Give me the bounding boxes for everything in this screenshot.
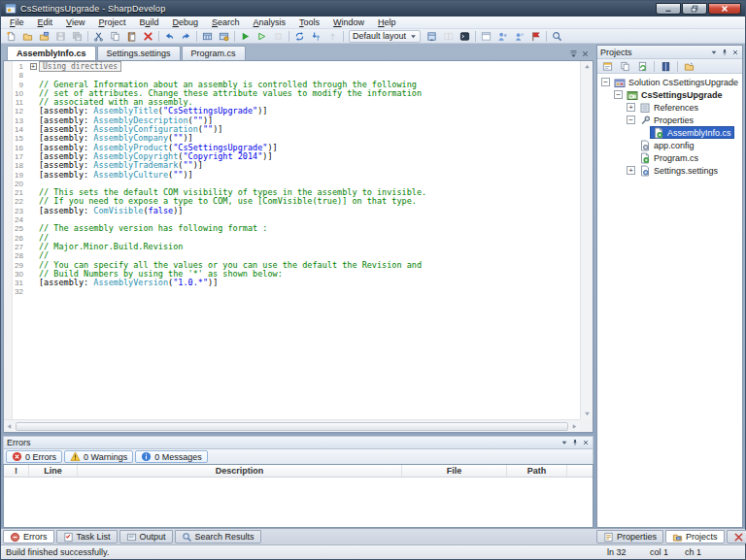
panel-refresh-button[interactable] [634, 59, 651, 73]
menu-search[interactable]: Search [205, 16, 247, 29]
tab-projects[interactable]: Projects [665, 530, 725, 544]
fold-toggle-icon[interactable]: + [30, 63, 37, 70]
bookmark-button[interactable] [527, 29, 544, 43]
panel-book-button[interactable] [658, 59, 674, 73]
column-header-line[interactable]: Line [29, 465, 78, 477]
tree-node-solution-cssettingsupgrade[interactable]: −Solution CsSettingsUpgrade [597, 76, 742, 88]
tab-properties[interactable]: Properties [596, 530, 663, 544]
profile-button[interactable] [308, 29, 324, 43]
new-file-button[interactable] [3, 29, 19, 43]
column-header-description[interactable]: Description [78, 465, 402, 477]
pin-icon[interactable] [571, 439, 579, 446]
menu-analysis[interactable]: Analysis [247, 16, 293, 29]
tree-node-content[interactable]: Settings.settings [637, 164, 720, 177]
tree-node-content[interactable]: References [637, 101, 700, 114]
redo-button[interactable] [178, 29, 194, 43]
code-line-27[interactable]: 27// Major.Minor.Build.Revision [4, 243, 580, 251]
code-editor[interactable]: 1+Using directives89// General Informati… [3, 60, 593, 433]
menu-tools[interactable]: Tools [292, 16, 326, 29]
cut-button[interactable] [90, 29, 107, 43]
collapse-icon[interactable]: − [601, 78, 610, 86]
errors-panel-titlebar[interactable]: Errors [3, 436, 593, 448]
rebuild-button[interactable] [216, 29, 232, 43]
tab-task-list[interactable]: Task List [56, 530, 118, 544]
menu-project[interactable]: Project [91, 16, 132, 29]
close-button[interactable] [708, 3, 741, 15]
column-header-[interactable]: ! [4, 465, 29, 477]
panel-open-folder-button[interactable] [681, 59, 697, 73]
paste-button[interactable] [123, 29, 140, 43]
filter-0-errors-button[interactable]: 0 Errors [6, 450, 62, 463]
fullscreen-button[interactable] [478, 29, 494, 43]
tab-assemblyinfo-cs[interactable]: AssemblyInfo.cs [7, 46, 96, 60]
code-line-23[interactable]: 23[assembly: ComVisible(false)] [4, 207, 580, 215]
scroll-down-icon[interactable] [583, 410, 592, 418]
tab-errors[interactable]: Errors [3, 530, 54, 544]
tree-node-content[interactable]: CsSettingsUpgrade [625, 88, 725, 101]
tree-node-program-cs[interactable]: Program.cs [597, 151, 742, 164]
restore-button[interactable] [682, 3, 707, 15]
panel-properties-button[interactable] [599, 59, 616, 73]
tab-settings-settings[interactable]: Settings.settings [97, 46, 181, 60]
tree-node-content[interactable]: Properties [637, 114, 695, 126]
close-document-icon[interactable] [581, 49, 590, 58]
menu-debug[interactable]: Debug [165, 16, 205, 29]
filter-0-messages-button[interactable]: 0 Messages [135, 450, 208, 463]
tree-node-app-config[interactable]: app.config [597, 139, 742, 151]
menu-build[interactable]: Build [132, 16, 165, 29]
errors-grid-body[interactable] [4, 478, 593, 527]
menu-edit[interactable]: Edit [31, 16, 60, 29]
minimize-button[interactable] [656, 3, 681, 15]
code-line-19[interactable]: 19[assembly: AssemblyCulture("")] [4, 171, 580, 180]
search-button[interactable] [549, 29, 565, 43]
tree-node-assemblyinfo-cs[interactable]: AssemblyInfo.cs [597, 126, 742, 139]
panel-menu-icon[interactable] [710, 49, 718, 56]
tree-node-content[interactable]: Solution CsSettingsUpgrade [612, 76, 740, 88]
panel-copy-button[interactable] [617, 59, 633, 73]
tree-node-content[interactable]: Program.cs [637, 151, 700, 164]
code-line-32[interactable]: 32 [4, 287, 580, 296]
collapse-icon[interactable]: − [627, 115, 635, 124]
code-line-25[interactable]: 25// The assembly version has following … [4, 224, 580, 233]
help-contents-button[interactable] [511, 29, 527, 43]
filter-0-warnings-button[interactable]: 0 Warnings [64, 450, 133, 463]
hscroll-thumb[interactable] [16, 422, 568, 431]
expand-icon[interactable]: + [627, 103, 635, 112]
close-panel-icon[interactable] [582, 439, 590, 446]
code-line-31[interactable]: 31[assembly: AssemblyVersion("1.0.*")] [4, 279, 580, 287]
copy-button[interactable] [107, 29, 123, 43]
run-button[interactable] [237, 29, 254, 43]
projects-panel-titlebar[interactable]: Projects [597, 46, 742, 59]
expand-icon[interactable]: + [627, 166, 635, 175]
open-solution-button[interactable] [36, 29, 52, 43]
tab-search-results[interactable]: Search Results [175, 530, 261, 544]
scroll-right-icon[interactable] [570, 422, 579, 431]
tree-node-content[interactable]: app.config [637, 139, 696, 151]
tree-node-content[interactable]: AssemblyInfo.cs [650, 126, 734, 139]
panel-menu-icon[interactable] [560, 439, 568, 446]
delete-button[interactable] [140, 29, 156, 43]
build-button[interactable] [199, 29, 216, 43]
layout-dropdown[interactable]: Default layout [349, 30, 421, 43]
tree-node-cssettingsupgrade[interactable]: −CsSettingsUpgrade [597, 88, 742, 101]
tab-tools[interactable]: Tools [727, 530, 746, 544]
scroll-left-icon[interactable] [5, 422, 14, 431]
run-without-debugger-button[interactable] [254, 29, 270, 43]
scroll-up-icon[interactable] [583, 62, 592, 71]
tree-node-settings-settings[interactable]: +Settings.settings [597, 164, 742, 177]
title-bar[interactable]: CsSettingsUpgrade - SharpDevelop [1, 1, 745, 16]
code-line-1[interactable]: 1+Using directives [4, 62, 580, 71]
tab-program-cs[interactable]: Program.cs [182, 46, 246, 60]
menu-window[interactable]: Window [326, 16, 371, 29]
open-file-button[interactable] [19, 29, 36, 43]
menu-file[interactable]: File [3, 16, 31, 29]
code-pane[interactable]: 1+Using directives89// General Informati… [4, 61, 580, 419]
vertical-scrollbar[interactable] [580, 61, 593, 419]
column-header-file[interactable]: File [402, 465, 507, 477]
close-panel-icon[interactable] [731, 49, 739, 56]
view-selector-button[interactable] [424, 29, 440, 43]
menu-help[interactable]: Help [371, 16, 403, 29]
horizontal-scrollbar[interactable] [4, 419, 580, 432]
attach-debugger-button[interactable] [291, 29, 308, 43]
web-browser-button[interactable] [494, 29, 511, 43]
